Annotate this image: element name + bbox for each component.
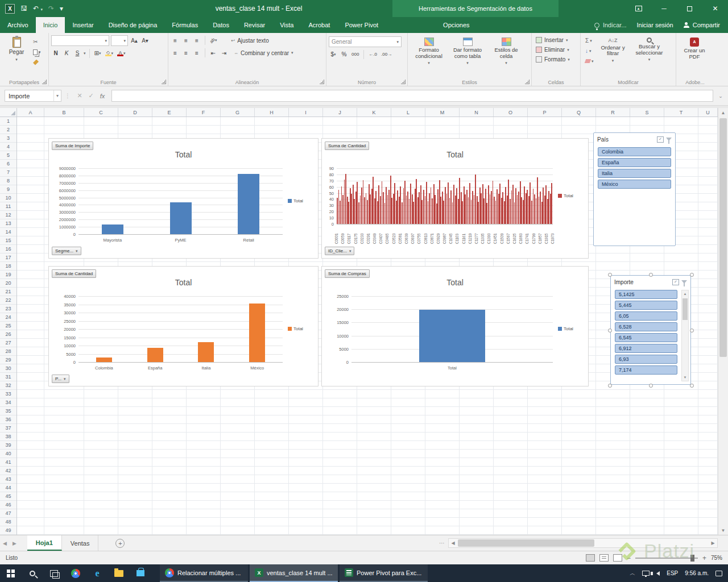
ribbon-tab-vista[interactable]: Vista bbox=[272, 17, 301, 33]
column-header-b[interactable]: B bbox=[44, 108, 84, 117]
decrease-indent-icon[interactable]: ⇤ bbox=[209, 48, 218, 58]
column-header-o[interactable]: O bbox=[494, 108, 528, 117]
action-center-icon[interactable] bbox=[715, 571, 722, 576]
dialog-launcher-icon[interactable] bbox=[401, 80, 406, 84]
selection-handle[interactable] bbox=[649, 384, 653, 388]
sheet-tab-ventas[interactable]: Ventas bbox=[62, 535, 99, 551]
fill-color-button[interactable]: ◇▾ bbox=[104, 48, 115, 58]
row-header-1[interactable]: 1 bbox=[0, 117, 16, 126]
minimize-button[interactable]: ─ bbox=[651, 0, 677, 17]
formula-bar-splitter[interactable]: ⋮ bbox=[65, 93, 71, 99]
slicer-importe[interactable]: Importe✓5,14255,4456,056,5286,5456,9126,… bbox=[610, 275, 691, 385]
align-bottom-icon[interactable]: ≡ bbox=[192, 36, 201, 45]
column-header-g[interactable]: G bbox=[221, 108, 255, 117]
zoom-in-button[interactable]: + bbox=[702, 554, 706, 562]
row-header-11[interactable]: 11 bbox=[0, 202, 16, 211]
dialog-launcher-icon[interactable] bbox=[162, 80, 166, 84]
insert-cells-button[interactable]: Insertar▾ bbox=[534, 35, 578, 45]
clear-filter-icon[interactable] bbox=[681, 280, 687, 284]
row-header-40[interactable]: 40 bbox=[0, 450, 16, 458]
taskbar-explorer-button[interactable] bbox=[108, 564, 130, 582]
row-header-6[interactable]: 6 bbox=[0, 160, 16, 168]
restore-button[interactable] bbox=[677, 0, 702, 17]
underline-button[interactable]: S bbox=[73, 48, 82, 58]
slicer-item-6-545[interactable]: 6,545 bbox=[615, 333, 677, 342]
pivot-axis-field-button[interactable]: Segme...▾ bbox=[52, 247, 81, 255]
row-header-46[interactable]: 46 bbox=[0, 501, 16, 509]
ribbon-tab-power-pivot[interactable]: Power Pivot bbox=[337, 17, 386, 33]
column-header-t[interactable]: T bbox=[664, 108, 698, 117]
font-size-combobox[interactable]: ▾ bbox=[111, 35, 128, 46]
row-header-43[interactable]: 43 bbox=[0, 475, 16, 484]
zoom-level[interactable]: 75% bbox=[711, 555, 722, 561]
show-hidden-icons-button[interactable]: ︿ bbox=[630, 569, 635, 577]
new-sheet-button[interactable]: + bbox=[115, 539, 125, 548]
cancel-formula-icon[interactable]: ✕ bbox=[74, 92, 85, 99]
slicer-item-7-174[interactable]: 7,174 bbox=[615, 365, 677, 375]
autosum-button[interactable]: Σ▾ bbox=[584, 36, 595, 45]
selection-handle[interactable] bbox=[690, 329, 694, 332]
scroll-down-icon[interactable]: ▼ bbox=[718, 526, 728, 535]
pivot-axis-field-button[interactable]: P...▾ bbox=[52, 375, 69, 383]
ribbon-tab-insertar[interactable]: Insertar bbox=[65, 17, 101, 33]
selection-handle[interactable] bbox=[690, 384, 694, 388]
row-header-36[interactable]: 36 bbox=[0, 415, 16, 424]
slicer-item-espa-a[interactable]: España bbox=[598, 158, 671, 167]
select-all-corner[interactable] bbox=[0, 108, 17, 117]
row-header-14[interactable]: 14 bbox=[0, 228, 16, 236]
slicer-item-6-93[interactable]: 6,93 bbox=[615, 355, 677, 364]
column-header-u[interactable]: U bbox=[698, 108, 718, 117]
decrease-decimal-icon[interactable]: .00→ bbox=[380, 49, 393, 59]
row-header-17[interactable]: 17 bbox=[0, 253, 16, 262]
column-header-s[interactable]: S bbox=[630, 108, 664, 117]
column-header-e[interactable]: E bbox=[152, 108, 187, 117]
increase-indent-icon[interactable]: ⇥ bbox=[220, 48, 229, 58]
row-header-34[interactable]: 34 bbox=[0, 398, 16, 407]
scroll-up-icon[interactable]: ▲ bbox=[682, 290, 688, 297]
row-header-21[interactable]: 21 bbox=[0, 288, 16, 296]
column-header-f[interactable]: F bbox=[187, 108, 221, 117]
selection-handle[interactable] bbox=[690, 273, 694, 277]
vertical-scroll-thumb[interactable] bbox=[719, 118, 727, 357]
slicer-item-italia[interactable]: Italia bbox=[598, 169, 671, 178]
percent-style-button[interactable]: % bbox=[340, 49, 349, 59]
pivot-chart-suma-cantidad-por-pais[interactable]: Suma de CantidadTotal0500010000150002000… bbox=[48, 266, 318, 386]
ribbon-tab-f-rmulas[interactable]: Fórmulas bbox=[164, 17, 205, 33]
selection-handle[interactable] bbox=[608, 273, 612, 277]
pivot-chart-suma-compras-total[interactable]: Suma de ComprasTotal05000100001500020000… bbox=[321, 266, 589, 386]
multi-select-icon[interactable]: ✓ bbox=[672, 279, 679, 285]
row-header-19[interactable]: 19 bbox=[0, 271, 16, 279]
row-header-32[interactable]: 32 bbox=[0, 381, 16, 390]
number-format-combobox[interactable]: General▾ bbox=[329, 36, 402, 47]
ribbon-tab-acrobat[interactable]: Acrobat bbox=[301, 17, 337, 33]
slicer-item-6-05[interactable]: 6,05 bbox=[615, 311, 677, 321]
formula-input[interactable] bbox=[111, 90, 713, 102]
row-header-12[interactable]: 12 bbox=[0, 211, 16, 219]
sheet-nav-right-icon[interactable]: ▶ bbox=[13, 541, 16, 546]
zoom-out-button[interactable]: − bbox=[627, 554, 631, 562]
row-header-44[interactable]: 44 bbox=[0, 484, 16, 492]
row-header-35[interactable]: 35 bbox=[0, 407, 16, 415]
row-header-48[interactable]: 48 bbox=[0, 518, 16, 526]
pivot-field-button[interactable]: Suma de Compras bbox=[325, 269, 370, 278]
align-middle-icon[interactable]: ≡ bbox=[181, 36, 191, 45]
row-header-16[interactable]: 16 bbox=[0, 245, 16, 253]
close-button[interactable]: ✕ bbox=[702, 0, 728, 17]
paste-button[interactable]: Pegar ▾ bbox=[2, 35, 31, 66]
pivot-chart-suma-importe-por-segmento[interactable]: Suma de ImporteTotal01000000200000030000… bbox=[48, 138, 318, 259]
row-header-24[interactable]: 24 bbox=[0, 313, 16, 322]
scroll-right-icon[interactable]: ▶ bbox=[709, 541, 717, 546]
taskbar-store-button[interactable] bbox=[130, 564, 151, 582]
page-layout-view-button[interactable] bbox=[599, 554, 609, 562]
pivot-field-button[interactable]: Suma de Importe bbox=[52, 142, 93, 150]
row-header-5[interactable]: 5 bbox=[0, 151, 16, 160]
decrease-font-size-button[interactable]: A▾ bbox=[140, 36, 150, 45]
row-header-49[interactable]: 49 bbox=[0, 526, 16, 535]
column-header-j[interactable]: J bbox=[323, 108, 357, 117]
cut-button[interactable]: ✂ bbox=[32, 38, 42, 46]
row-header-31[interactable]: 31 bbox=[0, 373, 16, 381]
row-header-20[interactable]: 20 bbox=[0, 279, 16, 288]
format-cells-button[interactable]: Formato▾ bbox=[534, 55, 578, 64]
slicer-scroll-thumb[interactable] bbox=[682, 298, 688, 320]
pivot-field-button[interactable]: Suma de Cantidad bbox=[325, 142, 369, 150]
